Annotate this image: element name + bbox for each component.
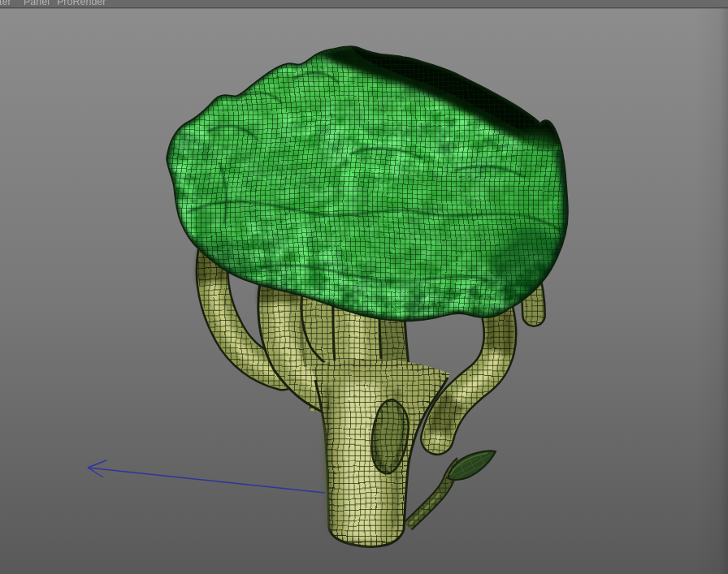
svg-text:Panel: Panel: [24, 0, 50, 7]
svg-text:ter: ter: [0, 0, 11, 7]
svg-text:ProRender: ProRender: [57, 0, 106, 7]
